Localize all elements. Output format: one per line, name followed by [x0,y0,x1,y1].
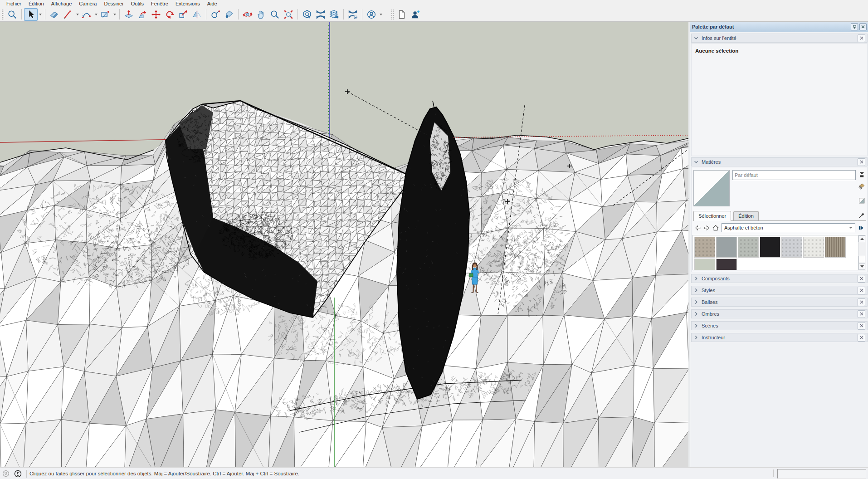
material-swatch-9[interactable] [716,259,737,270]
collection-dropdown[interactable]: Asphalte et béton [722,223,855,232]
rectangle-tool-dropdown-caret[interactable] [112,9,117,20]
line-tool-dropdown-caret[interactable] [75,9,80,20]
zoom-tool-button[interactable] [5,8,19,21]
section-materials-label: Matières [702,159,858,165]
material-swatch-4[interactable] [760,237,780,258]
eyedropper-icon[interactable] [858,212,865,220]
section-styles-header[interactable]: Styles [691,286,868,295]
menu-camera[interactable]: Caméra [75,0,100,7]
paint-bucket-tool-button[interactable] [222,8,236,21]
tab-selectionner[interactable]: Sélectionner [693,211,731,221]
followme-tool-button[interactable] [136,8,149,21]
panel-close-icon[interactable] [859,23,867,30]
pushpull-icon [124,10,134,20]
section-scenes-header[interactable]: Scènes [691,321,868,330]
close-icon[interactable] [858,322,865,330]
menu-edition[interactable]: Édition [25,0,48,7]
viewport-3d[interactable] [0,22,688,467]
move-tool-button[interactable] [149,8,163,21]
line-tool-button[interactable] [61,8,75,21]
menu-outils[interactable]: Outils [127,0,147,7]
close-icon[interactable] [858,158,865,166]
menu-aide[interactable]: Aide [204,0,221,7]
section-entity-info-header[interactable]: Infos sur l'entité [691,34,868,43]
scroll-up-icon[interactable] [858,235,865,242]
default-material-icon[interactable] [858,196,866,205]
swatch-scrollbar[interactable] [858,235,866,270]
menu-extensions[interactable]: Extensions [172,0,204,7]
credit-info-icon[interactable] [12,470,24,478]
material-swatch-8[interactable] [694,259,715,270]
material-swatch-5[interactable] [781,237,802,258]
toolbar-grip[interactable] [391,9,394,20]
back-arrow-icon[interactable] [693,224,702,231]
zoom-extents-tool-button[interactable] [282,8,295,21]
secondary-pane-icon[interactable] [858,170,866,178]
select-tool-dropdown-caret[interactable] [38,9,43,20]
material-swatch-3[interactable] [738,237,759,258]
home-icon[interactable] [712,224,720,231]
close-icon[interactable] [858,287,865,294]
forward-arrow-icon[interactable] [702,224,711,231]
menu-dessiner[interactable]: Dessiner [100,0,127,7]
material-swatch-6[interactable] [803,237,824,258]
close-icon[interactable] [858,275,865,283]
menu-fichier[interactable]: Fichier [3,0,25,7]
measurements-box[interactable] [777,469,866,479]
rotate-tool-button[interactable] [163,8,176,21]
tape-measure-tool-button[interactable] [209,8,222,21]
arc-icon [82,10,92,20]
account-menu-button[interactable] [365,8,378,21]
section-ombres-header[interactable]: Ombres [691,309,868,318]
close-icon[interactable] [858,298,865,306]
account-menu-dropdown-caret[interactable] [378,9,383,20]
add-collaborator-button[interactable] [409,8,422,21]
detail-arrow-icon[interactable] [857,224,865,231]
orbit-tool-button[interactable] [241,8,254,21]
extension-3-button[interactable] [327,8,341,21]
zoom-window-tool-button[interactable] [268,8,282,21]
section-materials-header[interactable]: Matières [691,157,868,166]
material-name-field[interactable] [732,170,856,180]
extension-4-button[interactable] [346,8,360,21]
extension-1-button[interactable] [300,8,314,21]
materials-tabs: Sélectionner Édition [693,211,866,221]
scale-icon [178,10,188,20]
scale-tool-button[interactable] [176,8,190,21]
section-ombres-label: Ombres [702,311,858,317]
toolbar-grip[interactable] [1,9,4,20]
new-document-button[interactable] [395,8,409,21]
material-swatch-7[interactable] [825,237,846,258]
arc-tool-dropdown-caret[interactable] [93,9,98,20]
select-arrow-icon [26,10,36,20]
scroll-thumb[interactable] [858,256,865,263]
pushpull-tool-button[interactable] [122,8,136,21]
status-bar: Cliquez ou faites glisser pour sélection… [0,467,868,479]
tab-edition[interactable]: Édition [733,211,759,220]
arc-tool-button[interactable] [80,8,93,21]
pin-icon[interactable] [851,23,858,30]
pan-tool-button[interactable] [254,8,268,21]
material-swatch-2[interactable] [716,237,737,258]
close-icon[interactable] [858,310,865,318]
close-icon[interactable] [858,34,865,42]
create-material-icon[interactable] [858,182,866,190]
rectangle-tool-button[interactable] [98,8,112,21]
section-composants-header[interactable]: Composants [691,274,868,283]
extension-2-button[interactable] [314,8,327,21]
scroll-down-icon[interactable] [858,263,865,270]
flip-tool-button[interactable] [190,8,204,21]
select-tool-button[interactable] [24,8,38,21]
section-instructeur-header[interactable]: Instructeur [691,333,868,342]
eraser-tool-button[interactable] [48,8,61,21]
material-swatch-1[interactable] [694,237,715,258]
toolbar-divider [119,9,120,20]
close-icon[interactable] [858,334,865,342]
menu-fenetre[interactable]: Fenêtre [147,0,172,7]
menu-affichage[interactable]: Affichage [48,0,76,7]
section-styles-label: Styles [702,288,858,293]
geolocation-icon[interactable] [0,470,12,477]
paint-bucket-icon [224,10,234,20]
section-balises-header[interactable]: Balises [691,298,868,307]
toolbar-divider [238,9,239,20]
